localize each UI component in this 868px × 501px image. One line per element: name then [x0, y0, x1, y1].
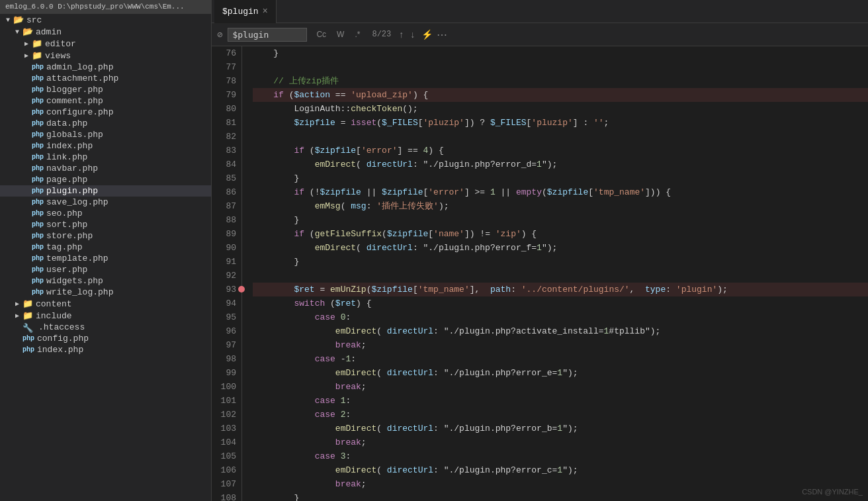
prev-match-btn[interactable]: ↑	[396, 28, 406, 41]
code-line: case 1:	[253, 394, 868, 408]
filter-btn[interactable]: ⚡	[419, 28, 435, 41]
code-line: break;	[253, 338, 868, 352]
code-line: emDirect( directUrl: "./plugin.php?error…	[253, 366, 868, 380]
tab-label: $plugin	[222, 7, 259, 17]
explorer-header: emlog_6.0.0 D:\phpstudy_pro\WWW\cms\Em..…	[0, 0, 211, 14]
code-line: $ret = emUnZip($zipfile['tmp_name'], pat…	[253, 283, 868, 296]
more-options-btn[interactable]: ⋯	[437, 28, 447, 41]
tree-item-template.php[interactable]: phptemplate.php	[0, 253, 211, 264]
code-line: emDirect( directUrl: "./plugin.php?error…	[253, 241, 868, 255]
line-number: 83	[217, 144, 236, 158]
tree-item-write_log.php[interactable]: phpwrite_log.php	[0, 287, 211, 298]
tree-item-navbar.php[interactable]: phpnavbar.php	[0, 163, 211, 174]
tree-item-editor[interactable]: ▶📁editor	[0, 38, 211, 50]
tree-item-views[interactable]: ▶📁views	[0, 50, 211, 62]
tree-item-index.php2[interactable]: phpindex.php	[0, 344, 211, 355]
code-line: if (!$zipfile || $zipfile['error'] >= 1 …	[253, 185, 868, 199]
line-number: 87	[217, 199, 236, 213]
chevron-icon: ▼	[12, 28, 22, 36]
folder-closed-icon: 📁	[22, 310, 33, 321]
tree-item-content[interactable]: ▶📁content	[0, 298, 211, 310]
php-badge: php	[32, 165, 44, 172]
code-line: // 上传zip插件	[253, 74, 868, 88]
regex-btn[interactable]: .*	[351, 28, 364, 40]
file-label: tag.php	[46, 242, 83, 252]
file-label: sort.php	[46, 220, 87, 230]
tree-item-seo.php[interactable]: phpseo.php	[0, 208, 211, 219]
line-number: 90	[217, 241, 236, 255]
code-line: if ($action == 'upload_zip') {	[253, 88, 868, 102]
search-icon: ⊘	[217, 29, 222, 40]
tree-item-widgets.php[interactable]: phpwidgets.php	[0, 275, 211, 287]
tree-item-config.php[interactable]: phpconfig.php	[0, 333, 211, 344]
tree-item-src[interactable]: ▼📂src	[0, 14, 211, 26]
tree-item-sort.php[interactable]: phpsort.php	[0, 219, 211, 230]
search-input[interactable]	[228, 28, 307, 42]
php-badge: php	[32, 142, 44, 150]
file-label: .htaccess	[38, 322, 85, 332]
tree-item-store.php[interactable]: phpstore.php	[0, 230, 211, 242]
tree-item-attachment.php[interactable]: phpattachment.php	[0, 73, 211, 84]
tree-item-admin_log.php[interactable]: phpadmin_log.php	[0, 62, 211, 73]
tree-item-admin[interactable]: ▼📂admin	[0, 26, 211, 38]
tab-close-btn[interactable]: ×	[263, 6, 268, 17]
line-number: 105	[217, 449, 236, 463]
tree-item-page.php[interactable]: phppage.php	[0, 174, 211, 185]
file-label: navbar.php	[46, 163, 98, 173]
code-line: emDirect( directUrl: "./plugin.php?error…	[253, 422, 868, 435]
line-number: 88	[217, 213, 236, 227]
tree-item-plugin.php[interactable]: phpplugin.php	[0, 185, 211, 197]
line-number: 91	[217, 255, 236, 269]
file-label: index.php	[46, 141, 93, 151]
chevron-icon: ▶	[21, 40, 32, 48]
folder-label: views	[45, 51, 71, 61]
tree-item-link.php[interactable]: phplink.php	[0, 152, 211, 163]
php-badge: php	[32, 154, 44, 161]
folder-open-icon: 📂	[22, 26, 33, 37]
tab-bar: $plugin ×	[212, 0, 868, 23]
php-badge: php	[32, 75, 44, 82]
tree-item-tag.php[interactable]: phptag.php	[0, 242, 211, 253]
code-editor[interactable]: 7677787980818283848586878889909192939495…	[212, 46, 868, 501]
code-line: }	[253, 255, 868, 269]
line-number: 95	[217, 310, 236, 324]
code-content: } // 上传zip插件 if ($action == 'upload_zip'…	[242, 46, 868, 501]
code-line	[253, 130, 868, 144]
tree-item-blogger.php[interactable]: phpblogger.php	[0, 84, 211, 95]
case-sensitive-btn[interactable]: Cc	[312, 28, 330, 40]
tree-item-include[interactable]: ▶📁include	[0, 310, 211, 322]
tree-item-save_log.php[interactable]: phpsave_log.php	[0, 197, 211, 208]
tree-item-comment.php[interactable]: phpcomment.php	[0, 95, 211, 107]
line-number: 93	[217, 283, 236, 296]
php-badge: php	[32, 210, 44, 217]
tree-item-user.php[interactable]: phpuser.php	[0, 264, 211, 275]
line-number: 96	[217, 324, 236, 338]
line-number: 81	[217, 116, 236, 130]
file-label: save_log.php	[46, 197, 108, 207]
file-label: data.php	[46, 118, 87, 128]
code-line: case 3:	[253, 449, 868, 463]
code-line: }	[253, 491, 868, 501]
line-number: 103	[217, 422, 236, 435]
code-line: emDirect( directUrl: "./plugin.php?error…	[253, 463, 868, 477]
file-label: configure.php	[46, 107, 113, 117]
php-badge: php	[32, 232, 44, 240]
code-line: emMsg( msg: '插件上传失败');	[253, 199, 868, 213]
code-line: emDirect( directUrl: "./plugin.php?activ…	[253, 324, 868, 338]
folder-closed-icon: 📁	[32, 38, 42, 49]
tree-item-configure.php[interactable]: phpconfigure.php	[0, 107, 211, 118]
folder-label: src	[26, 15, 42, 25]
next-match-btn[interactable]: ↓	[408, 28, 417, 41]
tree-item-globals.php[interactable]: phpglobals.php	[0, 129, 211, 140]
php-badge: php	[32, 266, 44, 273]
tree-item-.htaccess[interactable]: 🔧.htaccess	[0, 322, 211, 333]
file-label: seo.php	[46, 208, 83, 218]
active-tab[interactable]: $plugin ×	[214, 0, 277, 23]
tree-item-index.php[interactable]: phpindex.php	[0, 140, 211, 152]
tree-item-data.php[interactable]: phpdata.php	[0, 118, 211, 129]
file-label: admin_log.php	[46, 62, 113, 72]
line-number: 85	[217, 171, 236, 185]
folder-label: content	[36, 299, 72, 309]
whole-word-btn[interactable]: W	[333, 28, 348, 40]
htaccess-icon: 🔧	[22, 323, 36, 332]
